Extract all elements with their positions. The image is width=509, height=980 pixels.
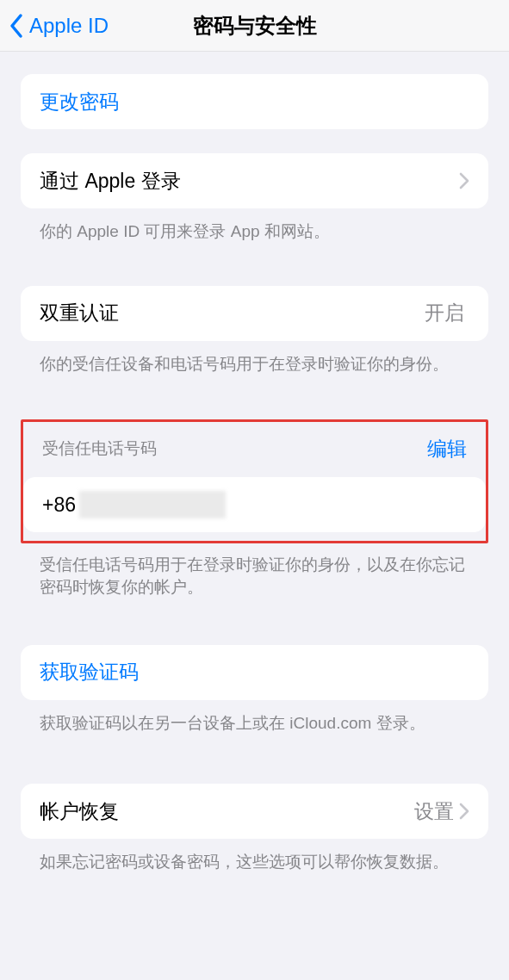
two-factor-label: 双重认证 <box>40 300 425 326</box>
chevron-left-icon <box>9 13 24 39</box>
two-factor-cell[interactable]: 双重认证 开启 <box>21 286 488 341</box>
account-recovery-value: 设置 <box>414 798 454 825</box>
trusted-phone-header-label: 受信任电话号码 <box>42 437 427 460</box>
chevron-right-icon <box>459 803 469 820</box>
group-get-code: 获取验证码 获取验证码以在另一台设备上或在 iCloud.com 登录。 <box>21 645 488 735</box>
account-recovery-label: 帐户恢复 <box>40 798 414 825</box>
back-button[interactable]: Apple ID <box>9 0 109 52</box>
get-code-note: 获取验证码以在另一台设备上或在 iCloud.com 登录。 <box>21 700 488 735</box>
change-password-label: 更改密码 <box>40 89 119 115</box>
get-code-label: 获取验证码 <box>40 659 139 685</box>
trusted-phone-cell[interactable]: +86 <box>23 477 486 532</box>
two-factor-value: 开启 <box>425 300 464 326</box>
trusted-phone-note: 受信任电话号码用于在登录时验证你的身份，以及在你忘记密码时恢复你的帐户。 <box>21 543 488 598</box>
group-sign-in-with-apple: 通过 Apple 登录 你的 Apple ID 可用来登录 App 和网站。 <box>21 153 488 243</box>
trusted-phone-edit-button[interactable]: 编辑 <box>427 436 467 462</box>
navigation-bar: Apple ID 密码与安全性 <box>0 0 509 52</box>
account-recovery-note: 如果忘记密码或设备密码，这些选项可以帮你恢复数据。 <box>21 839 488 873</box>
trusted-phone-prefix: +86 <box>42 493 76 517</box>
two-factor-note: 你的受信任设备和电话号码用于在登录时验证你的身份。 <box>21 341 488 375</box>
group-two-factor: 双重认证 开启 你的受信任设备和电话号码用于在登录时验证你的身份。 <box>21 286 488 375</box>
trusted-phone-header: 受信任电话号码 编辑 <box>23 422 486 470</box>
trusted-phone-redacted <box>79 491 226 518</box>
back-label: Apple ID <box>29 14 109 38</box>
get-code-cell[interactable]: 获取验证码 <box>21 645 488 700</box>
change-password-cell[interactable]: 更改密码 <box>21 74 488 129</box>
account-recovery-cell[interactable]: 帐户恢复 设置 <box>21 784 488 839</box>
group-change-password: 更改密码 <box>21 74 488 129</box>
chevron-right-icon <box>459 172 469 189</box>
trusted-phone-highlight: 受信任电话号码 编辑 +86 <box>21 419 488 543</box>
group-account-recovery: 帐户恢复 设置 如果忘记密码或设备密码，这些选项可以帮你恢复数据。 <box>21 784 488 873</box>
sign-in-with-apple-cell[interactable]: 通过 Apple 登录 <box>21 153 488 208</box>
sign-in-with-apple-note: 你的 Apple ID 可用来登录 App 和网站。 <box>21 208 488 243</box>
sign-in-with-apple-label: 通过 Apple 登录 <box>40 168 459 195</box>
